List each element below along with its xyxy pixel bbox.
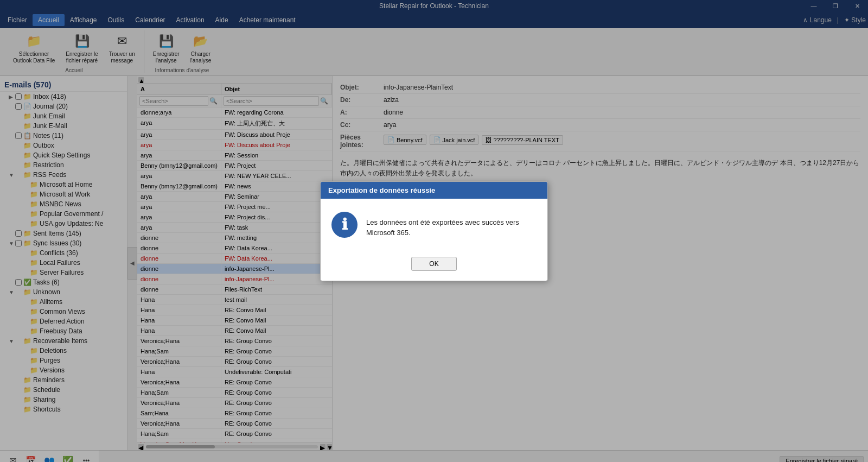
- modal-ok-button[interactable]: OK: [411, 257, 456, 271]
- modal-message: Les données ont été exportées avec succè…: [366, 212, 537, 238]
- modal-dialog: Exportation de données réussie ℹ Les don…: [320, 181, 548, 281]
- modal-info-icon: ℹ: [331, 212, 358, 238]
- modal-footer: OK: [321, 251, 547, 281]
- modal-title-bar: Exportation de données réussie: [321, 182, 547, 199]
- modal-body: ℹ Les données ont été exportées avec suc…: [321, 199, 547, 251]
- modal-overlay: Exportation de données réussie ℹ Les don…: [0, 0, 868, 462]
- modal-title: Exportation de données réussie: [328, 186, 435, 194]
